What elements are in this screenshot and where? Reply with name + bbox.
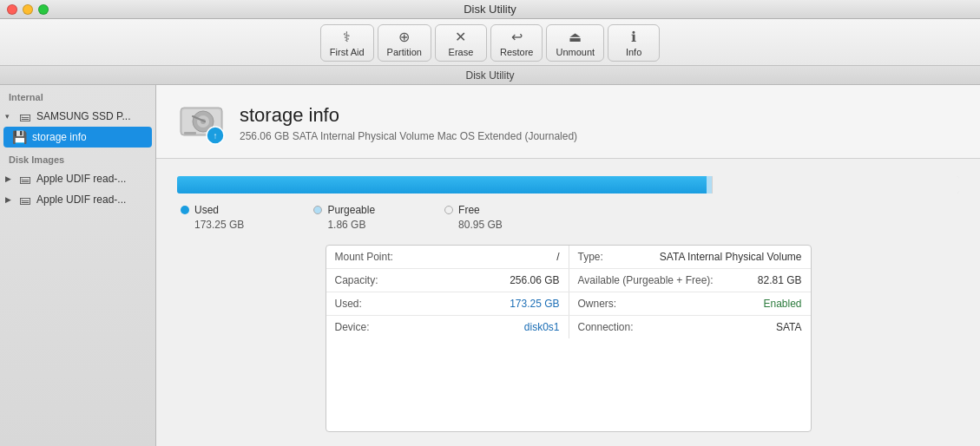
storage-info-label: storage info [32,131,87,143]
disk-image-icon-1: 🖴 [19,172,31,186]
restore-button[interactable]: ↩ Restore [490,24,543,62]
dot-free [444,206,453,214]
storage-bar [177,176,959,193]
erase-label: Erase [449,47,474,57]
details-row-2: Capacity: 256.06 GB Available (Purgeable… [326,269,811,292]
legend-free: Free 80.95 GB [444,204,503,231]
info-label: Info [626,47,641,57]
details-row-4: Device: disk0s1 Connection: SATA [326,316,811,338]
samsung-ssd-label: SAMSUNG SSD P... [36,110,130,122]
disclosure-triangle-2: ▶ [5,174,14,183]
minimize-button[interactable] [23,4,33,15]
partition-button[interactable]: ⊕ Partition [378,24,431,62]
first-aid-icon: ⚕ [343,29,351,45]
window-title: Disk Utility [464,3,516,16]
detail-label-owners: Owners: [578,298,764,310]
title-bar: Disk Utility [0,0,980,19]
partition-icon: ⊕ [398,29,410,45]
detail-value-type: SATA Internal Physical Volume [660,251,802,263]
bar-used [177,176,707,193]
partition-label: Partition [387,47,422,57]
legend-purgeable: Purgeable 1.86 GB [313,204,375,231]
main-layout: Internal ▾ 🖴 SAMSUNG SSD P... 💾 storage … [0,85,980,446]
detail-value-used: 173.25 GB [510,298,559,310]
legend-used-label: Used [194,204,219,216]
legend-free-value: 80.95 GB [444,219,503,231]
volume-icon: 💾 [12,130,27,144]
detail-value-device: disk0s1 [524,321,560,333]
section-header-internal: Internal [0,85,155,106]
sidebar-item-samsung-ssd[interactable]: ▾ 🖴 SAMSUNG SSD P... [0,106,155,127]
first-aid-button[interactable]: ⚕ First Aid [320,24,374,62]
toolbar: ⚕ First Aid ⊕ Partition ✕ Erase ↩ Restor… [0,19,980,66]
content-area: ↑ storage info 256.06 GB SATA Internal P… [156,85,980,446]
traffic-lights [7,4,49,15]
volume-info: storage info 256.06 GB SATA Internal Phy… [240,104,577,142]
info-button[interactable]: ℹ Info [608,24,660,62]
detail-value-available: 82.81 GB [758,274,802,286]
first-aid-label: First Aid [330,47,365,57]
unmount-label: Unmount [556,47,595,57]
unmount-icon: ⏏ [569,29,582,45]
storage-legend: Used 173.25 GB Purgeable 1.86 GB Free [177,204,959,231]
legend-used: Used 173.25 GB [181,204,244,231]
breadcrumb-text: Disk Utility [466,69,515,82]
detail-value-connection: SATA [776,321,802,333]
volume-disk-icon: ↑ [177,99,226,148]
detail-value-owners: Enabled [763,298,801,310]
legend-used-value: 173.25 GB [181,219,244,231]
detail-label-mount: Mount Point: [335,251,557,263]
details-table: Mount Point: / Type: SATA Internal Physi… [326,245,812,432]
disclosure-triangle: ▾ [5,112,14,121]
detail-value-mount: / [556,251,559,263]
svg-text:↑: ↑ [214,131,218,141]
dot-purgeable [313,206,322,214]
info-icon: ℹ [631,29,636,45]
legend-purgeable-label: Purgeable [327,204,375,216]
sidebar-item-storage-info[interactable]: 💾 storage info [3,127,152,148]
svg-rect-6 [184,132,196,134]
bar-free [712,176,959,193]
sidebar-item-udif-1[interactable]: ▶ 🖴 Apple UDIF read-... [0,168,155,189]
disk-icon: 🖴 [19,109,31,123]
storage-section: Used 173.25 GB Purgeable 1.86 GB Free [156,159,980,245]
detail-label-used: Used: [335,298,510,310]
sidebar: Internal ▾ 🖴 SAMSUNG SSD P... 💾 storage … [0,85,156,446]
detail-label-available: Available (Purgeable + Free): [578,274,758,286]
udif-2-label: Apple UDIF read-... [36,193,126,206]
volume-header: ↑ storage info 256.06 GB SATA Internal P… [156,85,980,159]
legend-free-label: Free [458,204,480,216]
disk-image-icon-2: 🖴 [19,193,31,207]
details-row-3: Used: 173.25 GB Owners: Enabled [326,292,811,316]
volume-subtitle: 256.06 GB SATA Internal Physical Volume … [240,130,577,142]
erase-button[interactable]: ✕ Erase [435,24,487,62]
erase-icon: ✕ [455,29,466,45]
restore-label: Restore [500,47,534,57]
unmount-button[interactable]: ⏏ Unmount [546,24,604,62]
details-row-1: Mount Point: / Type: SATA Internal Physi… [326,246,811,269]
breadcrumb-bar: Disk Utility [0,66,980,85]
dot-used [181,206,189,214]
maximize-button[interactable] [38,4,49,15]
udif-1-label: Apple UDIF read-... [36,173,126,185]
volume-name: storage info [240,104,577,127]
legend-purgeable-value: 1.86 GB [313,219,375,231]
sidebar-item-udif-2[interactable]: ▶ 🖴 Apple UDIF read-... [0,189,155,210]
details-section: Mount Point: / Type: SATA Internal Physi… [156,245,980,446]
detail-value-capacity: 256.06 GB [510,274,559,286]
disclosure-triangle-3: ▶ [5,195,14,204]
close-button[interactable] [7,4,17,15]
detail-label-connection: Connection: [578,321,776,333]
restore-icon: ↩ [511,29,523,45]
detail-label-type: Type: [578,251,660,263]
detail-label-device: Device: [335,321,524,333]
detail-label-capacity: Capacity: [335,274,510,286]
section-header-disk-images: Disk Images [0,148,155,168]
